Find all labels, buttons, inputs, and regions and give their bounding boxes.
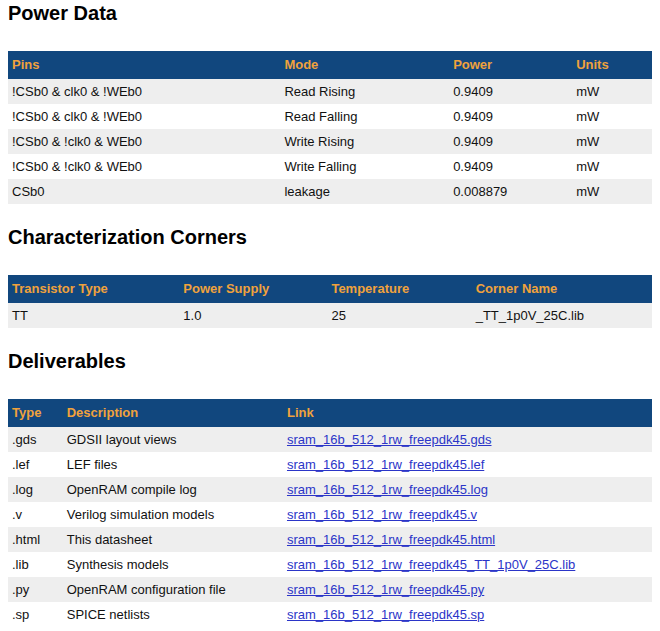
col-header-type: Type	[8, 399, 63, 427]
col-header-transistor-type: Transistor Type	[8, 275, 179, 303]
cell-units: mW	[572, 79, 652, 104]
cell-power: 0.008879	[449, 179, 572, 204]
power-data-table: Pins Mode Power Units !CSb0 & clk0 & !WE…	[8, 51, 652, 204]
col-header-link: Link	[283, 399, 652, 427]
datasheet-page: Power Data Pins Mode Power Units !CSb0 &…	[0, 0, 660, 627]
cell-units: mW	[572, 154, 652, 179]
cell-pins: !CSb0 & clk0 & !WEb0	[8, 104, 280, 129]
table-row: .log OpenRAM compile log sram_16b_512_1r…	[8, 477, 652, 502]
cell-power: 0.9409	[449, 154, 572, 179]
characterization-corners-heading: Characterization Corners	[8, 226, 652, 249]
cell-units: mW	[572, 104, 652, 129]
cell-link: sram_16b_512_1rw_freepdk45.log	[283, 477, 652, 502]
cell-link: sram_16b_512_1rw_freepdk45_TT_1p0V_25C.l…	[283, 552, 652, 577]
cell-type: .lib	[8, 552, 63, 577]
cell-description: GDSII layout views	[63, 427, 283, 452]
cell-type: .log	[8, 477, 63, 502]
cell-corner-name: _TT_1p0V_25C.lib	[472, 303, 652, 328]
cell-link: sram_16b_512_1rw_freepdk45.lef	[283, 452, 652, 477]
header-row: Transistor Type Power Supply Temperature…	[8, 275, 652, 303]
col-header-power-supply: Power Supply	[179, 275, 327, 303]
cell-pins: CSb0	[8, 179, 280, 204]
deliverable-link-lib[interactable]: sram_16b_512_1rw_freepdk45_TT_1p0V_25C.l…	[287, 557, 575, 572]
col-header-description: Description	[63, 399, 283, 427]
table-row: .v Verilog simulation models sram_16b_51…	[8, 502, 652, 527]
cell-power: 0.9409	[449, 129, 572, 154]
deliverables-table-header: Type Description Link	[8, 399, 652, 427]
deliverables-table: Type Description Link .gds GDSII layout …	[8, 399, 652, 627]
cell-type: .gds	[8, 427, 63, 452]
col-header-temperature: Temperature	[327, 275, 471, 303]
cell-mode: Write Rising	[280, 129, 449, 154]
cell-type: .lef	[8, 452, 63, 477]
cell-link: sram_16b_512_1rw_freepdk45.py	[283, 577, 652, 602]
table-row: !CSb0 & !clk0 & WEb0 Write Falling 0.940…	[8, 154, 652, 179]
cell-type: .sp	[8, 602, 63, 627]
table-row: .gds GDSII layout views sram_16b_512_1rw…	[8, 427, 652, 452]
cell-mode: Write Falling	[280, 154, 449, 179]
cell-description: LEF files	[63, 452, 283, 477]
col-header-corner-name: Corner Name	[472, 275, 652, 303]
cell-transistor-type: TT	[8, 303, 179, 328]
cell-units: mW	[572, 179, 652, 204]
deliverable-link-sp[interactable]: sram_16b_512_1rw_freepdk45.sp	[287, 607, 484, 622]
cell-description: OpenRAM compile log	[63, 477, 283, 502]
cell-pins: !CSb0 & clk0 & !WEb0	[8, 79, 280, 104]
table-row: !CSb0 & !clk0 & WEb0 Write Rising 0.9409…	[8, 129, 652, 154]
col-header-power: Power	[449, 51, 572, 79]
cell-description: SPICE netlists	[63, 602, 283, 627]
power-data-heading: Power Data	[8, 2, 652, 25]
table-row: .lib Synthesis models sram_16b_512_1rw_f…	[8, 552, 652, 577]
table-row: .py OpenRAM configuration file sram_16b_…	[8, 577, 652, 602]
table-row: .lef LEF files sram_16b_512_1rw_freepdk4…	[8, 452, 652, 477]
table-row: CSb0 leakage 0.008879 mW	[8, 179, 652, 204]
deliverable-link-py[interactable]: sram_16b_512_1rw_freepdk45.py	[287, 582, 484, 597]
cell-pins: !CSb0 & !clk0 & WEb0	[8, 154, 280, 179]
col-header-mode: Mode	[280, 51, 449, 79]
table-row: .sp SPICE netlists sram_16b_512_1rw_free…	[8, 602, 652, 627]
power-table-header: Pins Mode Power Units	[8, 51, 652, 79]
cell-link: sram_16b_512_1rw_freepdk45.sp	[283, 602, 652, 627]
header-row: Pins Mode Power Units	[8, 51, 652, 79]
cell-description: OpenRAM configuration file	[63, 577, 283, 602]
cell-power: 0.9409	[449, 79, 572, 104]
table-row: !CSb0 & clk0 & !WEb0 Read Rising 0.9409 …	[8, 79, 652, 104]
cell-description: Synthesis models	[63, 552, 283, 577]
deliverable-link-v[interactable]: sram_16b_512_1rw_freepdk45.v	[287, 507, 477, 522]
cell-mode: Read Rising	[280, 79, 449, 104]
cell-power-supply: 1.0	[179, 303, 327, 328]
cell-description: This datasheet	[63, 527, 283, 552]
cell-link: sram_16b_512_1rw_freepdk45.html	[283, 527, 652, 552]
deliverable-link-log[interactable]: sram_16b_512_1rw_freepdk45.log	[287, 482, 488, 497]
table-row: !CSb0 & clk0 & !WEb0 Read Falling 0.9409…	[8, 104, 652, 129]
corners-table-header: Transistor Type Power Supply Temperature…	[8, 275, 652, 303]
table-row: TT 1.0 25 _TT_1p0V_25C.lib	[8, 303, 652, 328]
cell-power: 0.9409	[449, 104, 572, 129]
deliverables-heading: Deliverables	[8, 350, 652, 373]
cell-units: mW	[572, 129, 652, 154]
col-header-units: Units	[572, 51, 652, 79]
characterization-corners-table: Transistor Type Power Supply Temperature…	[8, 275, 652, 328]
cell-mode: Read Falling	[280, 104, 449, 129]
header-row: Type Description Link	[8, 399, 652, 427]
cell-link: sram_16b_512_1rw_freepdk45.v	[283, 502, 652, 527]
cell-type: .py	[8, 577, 63, 602]
deliverable-link-lef[interactable]: sram_16b_512_1rw_freepdk45.lef	[287, 457, 484, 472]
col-header-pins: Pins	[8, 51, 280, 79]
cell-mode: leakage	[280, 179, 449, 204]
cell-pins: !CSb0 & !clk0 & WEb0	[8, 129, 280, 154]
cell-description: Verilog simulation models	[63, 502, 283, 527]
cell-type: .v	[8, 502, 63, 527]
table-row: .html This datasheet sram_16b_512_1rw_fr…	[8, 527, 652, 552]
cell-type: .html	[8, 527, 63, 552]
deliverable-link-html[interactable]: sram_16b_512_1rw_freepdk45.html	[287, 532, 495, 547]
cell-link: sram_16b_512_1rw_freepdk45.gds	[283, 427, 652, 452]
cell-temperature: 25	[327, 303, 471, 328]
deliverable-link-gds[interactable]: sram_16b_512_1rw_freepdk45.gds	[287, 432, 492, 447]
